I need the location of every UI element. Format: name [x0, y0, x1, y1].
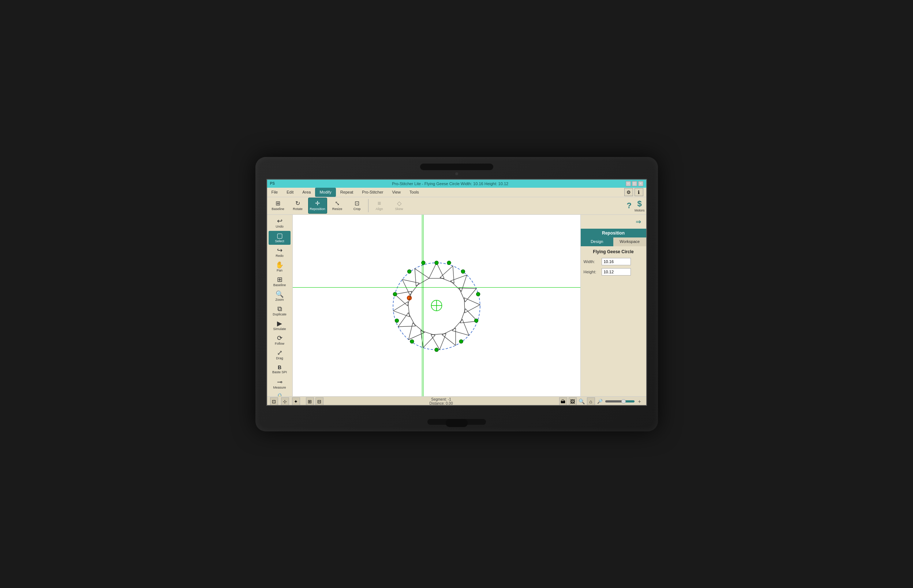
zoom-icon: 🔍 — [276, 291, 284, 297]
tablet-frame: PS Pro-Stitcher Lite - Flying Geese Circ… — [255, 157, 658, 431]
undo-icon: ↩ — [277, 218, 283, 224]
pan-label: Pan — [276, 268, 283, 272]
minimize-button[interactable]: − — [626, 181, 631, 186]
reposition-header-label: Reposition — [602, 231, 625, 236]
right-panel-header: ⇒ — [581, 215, 646, 229]
duplicate-button[interactable]: ⧉ Duplicate — [268, 304, 291, 318]
zoom-out-icon[interactable]: 🔎 — [596, 398, 604, 405]
select-button[interactable]: ▢ Select — [268, 231, 291, 245]
svg-marker-19 — [394, 312, 415, 333]
svg-point-31 — [395, 319, 399, 322]
zoom-slider[interactable] — [605, 400, 635, 402]
screen: PS Pro-Stitcher Lite - Flying Geese Circ… — [267, 179, 647, 406]
menu-view[interactable]: View — [388, 188, 405, 197]
menu-modify[interactable]: Modify — [315, 188, 336, 197]
horiz-button[interactable]: 🔒 Horiz — [268, 392, 291, 396]
duplicate-label: Duplicate — [273, 312, 286, 316]
info-icon[interactable]: ℹ — [635, 188, 643, 196]
crop-icon: ⊡ — [355, 200, 359, 206]
tablet-camera — [455, 172, 458, 175]
motors-button[interactable]: $ Motors — [635, 199, 645, 212]
maximize-button[interactable]: □ — [632, 181, 637, 186]
zoom-button[interactable]: 🔍 Zoom — [268, 289, 291, 303]
follow-button[interactable]: ⟳ Follow — [268, 333, 291, 347]
menu-right-icons: ⚙ ℹ — [624, 188, 646, 196]
zoom-thumb[interactable] — [621, 399, 626, 404]
zoom-label: Zoom — [275, 298, 284, 302]
baseline2-button[interactable]: ⊞ Baseline — [268, 275, 291, 289]
resize-label: Resize — [332, 207, 343, 211]
baseline-label: Baseline — [271, 207, 284, 211]
bottom-mode-2[interactable]: ⊟ — [315, 397, 323, 405]
crop-button[interactable]: ⊡ Crop — [347, 197, 367, 214]
svg-point-33 — [407, 269, 411, 273]
bottom-mode-btns: ⊞ ⊟ — [306, 397, 323, 405]
bottom-select-btn-2[interactable]: ⊹ — [281, 397, 289, 405]
menu-file[interactable]: File — [267, 188, 283, 197]
right-panel: ⇒ Reposition Design Workspace Flying Gee… — [580, 215, 646, 396]
close-button[interactable]: × — [638, 181, 643, 186]
simulate-button[interactable]: ▶ Simulate — [268, 319, 291, 333]
svg-point-26 — [476, 292, 480, 296]
panel-content: Flying Geese Circle Width: Height: — [581, 246, 646, 396]
svg-point-29 — [435, 347, 438, 351]
svg-marker-20 — [392, 302, 409, 318]
tab-workspace[interactable]: Workspace — [613, 237, 646, 246]
question-button[interactable]: ? — [627, 201, 632, 210]
bottom-select-btn-1[interactable]: ⊡ — [270, 397, 278, 405]
toolbar-divider — [368, 199, 368, 212]
svg-point-27 — [474, 319, 478, 322]
horiz-lock-icon: 🔒 — [276, 393, 284, 396]
undo-label: Undo — [276, 225, 284, 228]
baseline-button[interactable]: ⊞ Baseline — [268, 197, 288, 214]
undo-button[interactable]: ↩ Undo — [268, 216, 291, 230]
height-input[interactable] — [601, 268, 631, 276]
measure-button[interactable]: ⊸ Measure — [268, 377, 291, 391]
left-sidebar: ↩ Undo ▢ Select ↪ Redo ✋ Pan ⊞ Baselin — [267, 215, 293, 396]
svg-point-30 — [410, 339, 414, 343]
window-title: Pro-Stitcher Lite - Flying Geese Circle … — [275, 181, 626, 186]
width-input[interactable] — [601, 258, 631, 265]
skew-icon: ◇ — [397, 200, 401, 206]
bottom-right-controls: 🏔 🖼 🔍 ⌂ 🔎 + — [559, 397, 643, 405]
rotate-button[interactable]: ↻ Rotate — [288, 197, 307, 214]
pan-button[interactable]: ✋ Pan — [268, 260, 291, 274]
tab-design[interactable]: Design — [581, 237, 614, 246]
drag-button[interactable]: ⤢ Drag — [268, 348, 291, 362]
menu-edit[interactable]: Edit — [282, 188, 298, 197]
svg-point-32 — [393, 292, 397, 296]
question-icon: ? — [627, 201, 632, 210]
zoom-max-icon[interactable]: + — [636, 398, 643, 405]
reposition-button[interactable]: ✛ Reposition — [308, 197, 327, 214]
menu-prostitcher[interactable]: Pro-Stitcher — [357, 188, 388, 197]
design-name: Flying Geese Circle — [584, 249, 643, 254]
tablet-top-bar — [420, 163, 493, 170]
bottom-icon-2[interactable]: 🖼 — [569, 397, 577, 405]
baste-spi-button[interactable]: B Baste SPI — [268, 363, 291, 376]
redo-button[interactable]: ↪ Redo — [268, 246, 291, 259]
height-field: Height: — [584, 268, 643, 276]
bottom-bar: ⊡ ⊹ ✦ ⊞ ⊟ Segment: -1 Distance: 0.00 🏔 🖼… — [267, 396, 646, 406]
menu-tools[interactable]: Tools — [405, 188, 423, 197]
tablet-bottom-center — [446, 419, 468, 427]
bottom-mode-1[interactable]: ⊞ — [306, 397, 314, 405]
svg-marker-23 — [408, 265, 429, 285]
bottom-select-btn-3[interactable]: ✦ — [292, 397, 300, 405]
settings-icon[interactable]: ⚙ — [624, 188, 633, 196]
canvas-area[interactable] — [293, 215, 580, 396]
crosshair-vertical — [422, 215, 422, 396]
baste-spi-icon: B — [278, 365, 281, 370]
bottom-icon-1[interactable]: 🏔 — [559, 397, 567, 405]
menu-area[interactable]: Area — [298, 188, 315, 197]
resize-button[interactable]: ⤡ Resize — [328, 197, 347, 214]
height-label: Height: — [584, 270, 600, 274]
menu-repeat[interactable]: Repeat — [336, 188, 357, 197]
svg-point-25 — [461, 269, 465, 273]
motors-icon: $ — [637, 199, 642, 208]
crosshair-horizontal — [293, 287, 580, 288]
zoom-in-icon[interactable]: 🔍 — [578, 398, 585, 405]
home-icon[interactable]: ⌂ — [587, 397, 595, 405]
svg-marker-9 — [440, 263, 460, 283]
baseline2-label: Baseline — [273, 283, 286, 287]
arrow-right-button[interactable]: ⇒ — [633, 216, 644, 227]
